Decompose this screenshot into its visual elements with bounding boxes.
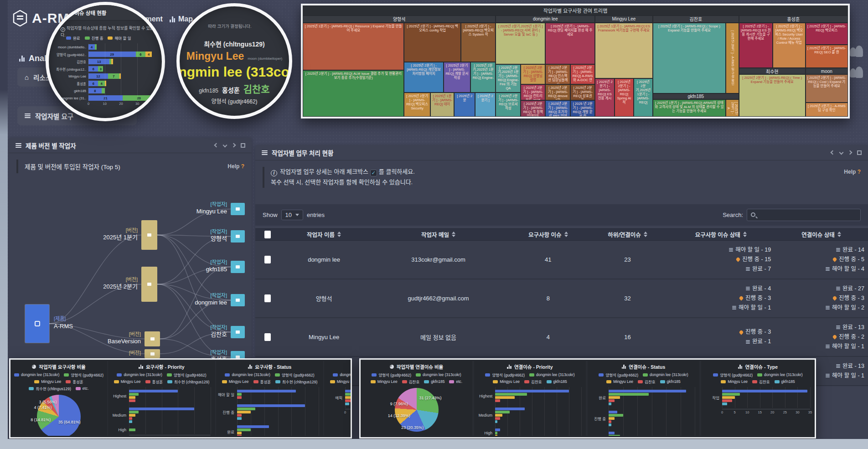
treemap-cell[interactable]: [ 2025년 2분기 ] - [ARMS-REQ] A-RMS 와 A-DOC…	[570, 64, 595, 84]
worker-name-cell[interactable]: dongmin lee	[279, 240, 368, 279]
treemap-cell[interactable]: [ 2025년 2분기 ] - [ARMS-REQ] 개인정보처리방침 페이지	[404, 62, 443, 93]
treemap-cell[interactable]: [ 2025년 2분	[454, 93, 475, 117]
treemap-cell[interactable]: [ 2025년 2분기 ] - [ARMS-REQ] ( Scope ) Exp…	[653, 23, 726, 93]
row-checkbox[interactable]	[264, 333, 271, 341]
table-row[interactable]: Mingyu Lee메일 정보 없음416진행 중 - 3완료 - 1완료 - …	[255, 318, 868, 356]
sort-icon[interactable]	[644, 232, 647, 237]
treemap-cell[interactable]: [ 2025년 2분기 ] - [ARMS-REQ] 조가자료 PPT 업데	[545, 100, 570, 117]
treemap-cell[interactable]: [ 2025년 2분기 ] - [ARMS-REQ] ES 전용 게시	[595, 78, 615, 117]
collapse-right-icon[interactable]	[232, 143, 236, 148]
treemap-cell[interactable]: [ 2025년 1분기 ] - [ARMS-REQ] 데이	[430, 93, 455, 117]
treemap-cell[interactable]: [ 2025년 2분기 ] - [ARMS-REQ] 백오피스 Security…	[773, 23, 806, 68]
fullscreen-icon[interactable]	[241, 143, 245, 148]
worker-name-cell[interactable]: Mingyu Lee	[279, 318, 368, 356]
table-header-3[interactable]: 하위/연결이슈	[588, 228, 667, 240]
worker-name-cell[interactable]: 양형석	[279, 279, 368, 318]
network-node-worker[interactable]	[231, 203, 245, 215]
treemap-cell[interactable]: [ 2025년 2분기 ] - [ARMS-REQ] ALM Issue 결렴 …	[303, 70, 404, 117]
network-node-worker[interactable]	[231, 230, 245, 243]
treemap-cell[interactable]: [ 2025년 2분기 ] - [ARMS-REQ] 백오피스	[806, 23, 848, 45]
treemap-cell[interactable]: [ 2025년 2분기 ] - [ARMS-REQ] 개발 문서 작성	[444, 62, 471, 93]
header-checkbox[interactable]	[264, 231, 271, 238]
legend-item: 완료	[66, 35, 80, 41]
fullscreen-icon[interactable]	[857, 150, 862, 155]
bar-segment: 13	[88, 59, 109, 64]
treemap-cell[interactable]: [ 2025년 1분기 ] - [ARMS-REQ] ( Resource ) …	[303, 23, 404, 70]
treemap-cell[interactable]: [ 2025년 2분기,2025년 1분기 ] - [ARMS-REQ]	[634, 78, 653, 117]
treemap-cell[interactable]: [ 2025년 2분기 ] - [ARMS-REQ] ( Time ) Expa…	[739, 74, 806, 117]
treemap-cell[interactable]: [ 2025년 2분기 ] - [ARMS-REQ] 브로셔 작성	[496, 93, 521, 117]
sort-icon[interactable]	[337, 232, 341, 237]
treemap-cell[interactable]: [ 2025년 2분기 ] - [ARMS-REQ] ( Cost ) Expa…	[806, 74, 848, 103]
help-button[interactable]: Help ?	[844, 169, 861, 175]
treemap-cell[interactable]: [ 2025년 2분기 ] - [ARMS-REQ] 인스펙션 팀장님들께 시	[545, 64, 570, 84]
treemap-cell[interactable]: [ 2025년 2분기 ] - [ARMS-REQ] dmove 2차	[545, 84, 570, 101]
table-header-1[interactable]: 작업자 메일	[368, 228, 508, 240]
treemap-cell[interactable]: [ 2025년 2분기 ] - [ARMS-REQ] 상표권 등	[570, 84, 595, 101]
pie-legend: 양형석 (gudtjr4662)dongmin lee (313cokr)Min…	[361, 370, 472, 384]
bar-group: 해야 할 일	[237, 387, 319, 402]
gridline	[137, 43, 138, 102]
legend-item: 김찬호	[402, 379, 419, 384]
sort-icon[interactable]	[452, 232, 455, 237]
bar	[722, 393, 740, 396]
bar-chart-title: 연결이슈 - Type	[701, 361, 815, 370]
row-checkbox[interactable]	[264, 294, 271, 302]
treemap-cell[interactable]: [ 2025년 2분기 ]	[475, 93, 496, 117]
table-row[interactable]: 양형석gudtjr4662@gmail.com832완료 - 4진행 중 - 3…	[255, 279, 868, 318]
network-node-worker[interactable]	[231, 261, 245, 273]
status-cell: 완료 - 13진행 중 - 2해야 할 일 - 1	[775, 318, 868, 356]
collapse-left-icon[interactable]	[831, 150, 835, 155]
bar	[609, 393, 649, 396]
bar	[237, 435, 242, 436]
wordcloud-line: 최수현 (chltngus129)	[204, 39, 265, 48]
table-header-2[interactable]: 요구사항 이슈	[508, 228, 588, 240]
chart-row-label: gkfn185	[54, 89, 88, 93]
search-input[interactable]	[747, 209, 861, 221]
network-node-product[interactable]	[25, 304, 49, 343]
treemap-cell[interactable]: [ 2025년 2분기,2025년 1분기 ] - [ARMS-REQ] Eng…	[496, 64, 521, 93]
treemap-cell[interactable]: [ 2025년 2분기 ] - [ARMS-REQ] SEO 를 랜	[806, 45, 848, 68]
treemap-cell[interactable]: [ 2025년 1분기 ] - [ARMS-REQ] ARMS의 상태와 고객사…	[653, 99, 726, 117]
table-header-0[interactable]: 작업자 이름	[279, 228, 368, 240]
treemap-cell[interactable]: [ 2025년 2분기 ] - A	[726, 99, 739, 117]
treemap-cell[interactable]: [ 2025 년 2분기 ] - [ARMS-REQ] 개발 문서 작	[570, 100, 595, 117]
collapse-left-icon[interactable]	[214, 143, 219, 148]
bar	[237, 417, 242, 420]
table-header-5[interactable]: 연결이슈 상태	[775, 228, 868, 240]
bar-segment: 4	[145, 52, 152, 57]
collapse-down-icon[interactable]	[839, 150, 844, 155]
collapse-right-icon[interactable]	[848, 150, 852, 155]
sort-icon[interactable]	[837, 232, 841, 237]
treemap-cell[interactable]: [ 2025년 2분기 ] - [ARMS-REQ] 상열님 설명	[521, 64, 545, 84]
treemap-cell[interactable]: [ 2025년 2분기,2025년 1분기 ] - [ARMS-REQ] 서버 …	[496, 23, 545, 64]
treemap-cell[interactable]: [ 2025년 1분기 ] - [ARMS-REQ] ES Framework …	[595, 23, 653, 78]
treemap-cell[interactable]: [ 2025년 2분기 ] - [ARMS-REQ] 백오피스 config 작…	[404, 23, 460, 62]
treemap-cell[interactable]: [ 2025년 2분기,2025년 1분기 ] - [ARMS-REQ] Eng…	[470, 62, 496, 93]
page-size-select[interactable]: 10	[281, 210, 303, 220]
network-node-worker[interactable]	[231, 294, 245, 306]
treemap-cell[interactable]: [ 2025년 2분기 ] - [ARMS-REQ] Spring AI 적	[615, 78, 634, 117]
table-header-4[interactable]: 요구사항 이슈 상태	[667, 228, 775, 240]
table-row[interactable]: dongmin lee313cokr@gmail.com4123해야 할 일 -…	[255, 240, 868, 279]
sort-icon[interactable]	[743, 232, 747, 237]
sort-icon[interactable]	[564, 232, 568, 237]
treemap-cell[interactable]: [ 2025년 2분기 ] - A-RMS 팀 구성 확인	[806, 103, 848, 117]
treemap-cell[interactable]: [ 2025년 2분기 ] - [ARMS-REQ] 백오피스 System 작	[461, 23, 496, 62]
treemap-cell[interactable]: [ 2025년 2분기 ] - [ARMS-REQ] 백오피스 Security	[404, 93, 430, 117]
nav-map[interactable]: Map	[170, 15, 193, 23]
chevron-down-icon	[295, 214, 299, 216]
treemap-cell[interactable]: [ 2025년 2분기 ] - [ARMS-REQ] 컨트리뷰트 2025 Op…	[521, 84, 545, 101]
treemap-cell[interactable]: [ 2025년 2분기 ] - [ARMS-REQ] ES 전용 게시판 기능을…	[739, 23, 773, 68]
help-button[interactable]: Help ?	[227, 163, 244, 170]
treemap-cell[interactable]: [ 2025년 2분기 ] - A-RMS 팀 구성 확인	[726, 23, 739, 93]
row-checkbox[interactable]	[264, 256, 271, 263]
network-node-worker[interactable]	[231, 326, 245, 338]
legend-item: 양형석 (gudtjr4662)	[64, 372, 103, 377]
treemap-cell[interactable]: [ 2025년 2분기 ] - [ARMS-REQ] 랜딩 페이지를 완성 해 …	[545, 23, 595, 64]
bar-segment	[111, 59, 113, 64]
collapse-down-icon[interactable]	[223, 143, 227, 148]
treemap-cell[interactable]: [ 2025년 2분기 ] - [ARMS-REQ] 격 정책 업데이트	[521, 100, 545, 117]
table-header-checkbox[interactable]	[255, 228, 279, 240]
bar	[129, 408, 194, 410]
